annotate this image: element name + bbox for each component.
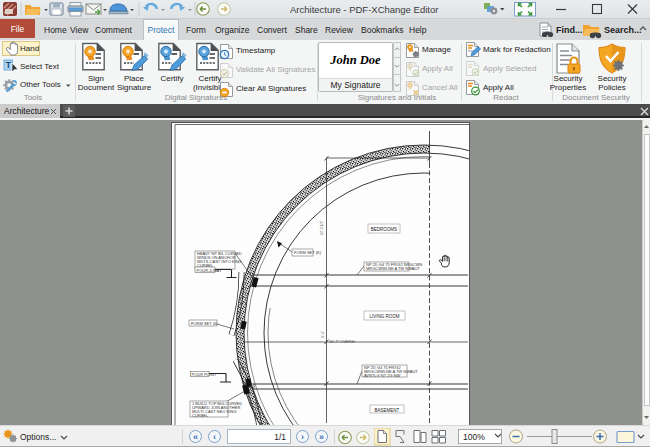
- svg-text:9'-4": 9'-4": [321, 330, 325, 338]
- svg-text:Find...: Find...: [556, 25, 583, 35]
- svg-text:CURBEL: CURBEL: [192, 413, 209, 418]
- svg-text:FORM SET (K): FORM SET (K): [294, 250, 322, 255]
- svg-text:16'-7" OVERH: 16'-7" OVERH: [329, 339, 355, 344]
- svg-text:T: T: [6, 60, 12, 70]
- svg-text:POUR-4-WAY: POUR-4-WAY: [197, 268, 222, 273]
- svg-text:POUR POINT: POUR POINT: [192, 372, 217, 377]
- svg-text:BASEMENT: BASEMENT: [375, 408, 400, 413]
- svg-text:MRGCWWLNE A TW NWAUT: MRGCWWLNE A TW NWAUT: [366, 266, 420, 271]
- svg-text:FORM SET 40: FORM SET 40: [191, 321, 218, 326]
- svg-text:Search...: Search...: [604, 25, 642, 35]
- svg-text:BEDROOMS: BEDROOMS: [371, 227, 397, 232]
- svg-text:LIVING ROOM: LIVING ROOM: [369, 314, 399, 319]
- svg-text:AVNTLG NT 2G NW: AVNTLG NT 2G NW: [364, 373, 401, 378]
- svg-text:12'-3 1/2": 12'-3 1/2": [320, 219, 324, 235]
